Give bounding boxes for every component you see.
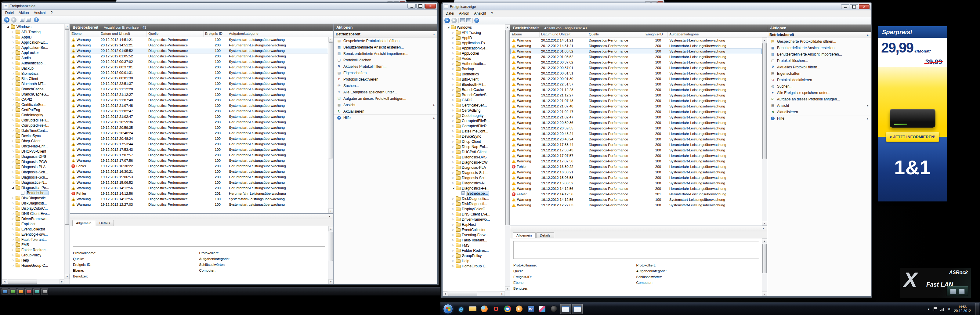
scroll-left-button[interactable]: ◀ — [2, 279, 7, 284]
tree-expander-icon[interactable] — [452, 239, 455, 242]
scroll-up-button[interactable]: ▲ — [762, 239, 767, 243]
tree-expander-icon[interactable] — [452, 234, 455, 236]
taskbar-app-button[interactable] — [467, 304, 478, 314]
tree-item[interactable]: DiskDiagnostic... — [2, 195, 64, 200]
taskbar-app-button[interactable] — [572, 304, 582, 314]
tree-item[interactable]: API-Tracing — [442, 30, 505, 35]
tree-item[interactable]: GroupPolicy — [442, 253, 505, 258]
event-row[interactable]: Warnung 19.12.2012 21:12:28 Diagnostics-… — [70, 86, 328, 92]
tree-item[interactable]: DHCPv6-Client — [442, 149, 505, 154]
event-row[interactable]: Warnung 19.12.2012 20:59:35 Diagnostics-… — [70, 125, 328, 130]
tree-item[interactable]: Bluetooth-MT... — [2, 81, 64, 86]
action-item[interactable]: Alle Ereignisse speichern unter... — [334, 89, 438, 95]
start-button[interactable] — [441, 303, 455, 315]
event-row[interactable]: Warnung 20.12.2012 14:51:21 Diagnostics-… — [70, 43, 328, 48]
tree-expander-icon[interactable] — [11, 46, 14, 49]
tree-item[interactable]: Diagnosis-PCW — [2, 159, 64, 164]
event-row[interactable]: Warnung 20.12.2012 00:37:02 Diagnostics-… — [510, 59, 762, 65]
tree-vertical-scrollbar[interactable]: ▲ ▼ — [505, 24, 510, 291]
tree-item[interactable]: FMS — [2, 242, 64, 247]
tree-item[interactable]: Diagnostics-Pe... — [442, 186, 505, 191]
tree-item[interactable]: DriverFramewo... — [442, 217, 505, 222]
action-item[interactable]: Protokoll deaktivieren — [334, 76, 438, 83]
tree-item[interactable]: AppLocker — [442, 51, 505, 56]
tree-expander-icon[interactable] — [452, 47, 455, 49]
clock[interactable]: 14:56 20.12.2012 — [954, 305, 971, 313]
tree-expander-icon[interactable] — [11, 134, 14, 137]
event-row[interactable]: Warnung 20.12.2012 00:37:01 Diagnostics-… — [70, 64, 328, 70]
tree-item[interactable]: AppID — [2, 35, 64, 40]
tree-item[interactable]: EventCollector — [442, 227, 505, 232]
show-hidden-icons-button[interactable]: ▲ — [928, 308, 930, 310]
preview-vertical-scrollbar[interactable]: ▲ ▼ — [762, 239, 767, 296]
event-row[interactable]: Warnung 19.12.2012 16:30:21 Diagnostics-… — [70, 169, 328, 174]
event-row[interactable]: Warnung 19.12.2012 15:06:52 Diagnostics-… — [510, 180, 762, 186]
tree-expander-icon[interactable] — [452, 249, 455, 252]
event-row[interactable]: Warnung 20.12.2012 14:51:21 Diagnostics-… — [70, 37, 328, 43]
event-row[interactable]: Warnung 19.12.2012 14:12:56 Diagnostics-… — [70, 185, 328, 191]
maximize-button[interactable] — [416, 4, 425, 8]
tree-expander-icon[interactable] — [452, 228, 455, 231]
action-item[interactable]: Eigenschaften — [334, 70, 438, 76]
tree-expander-icon[interactable] — [452, 202, 455, 205]
tree-expander-icon[interactable] — [452, 73, 455, 75]
tree-item[interactable]: AppLocker — [2, 50, 64, 55]
tree-expander-icon[interactable] — [11, 67, 14, 70]
event-row[interactable]: Warnung 19.12.2012 20:59:36 Diagnostics-… — [70, 119, 328, 125]
tree-expander-icon[interactable] — [452, 124, 455, 127]
taskbar-icon[interactable] — [10, 288, 16, 295]
column-header-quelle[interactable]: Quelle — [587, 32, 644, 37]
event-row[interactable]: Warnung 20.12.2012 00:37:02 Diagnostics-… — [70, 59, 328, 64]
tree-expander-icon[interactable] — [11, 228, 14, 231]
taskbar-icon[interactable] — [2, 288, 8, 295]
tree-expander-icon[interactable] — [452, 156, 455, 158]
tree-item[interactable]: API-Tracing — [2, 29, 64, 35]
tree-expander-icon[interactable] — [11, 243, 14, 246]
event-row[interactable]: Warnung 20.12.2012 01:05:52 Diagnostics-… — [70, 48, 328, 53]
tree-expander-icon[interactable] — [452, 259, 455, 262]
tree-item[interactable]: CorruptedFileR... — [442, 123, 505, 129]
tree-expander-icon[interactable] — [452, 140, 455, 143]
menu-item[interactable]: Aktion — [16, 10, 31, 16]
tree-expander-icon[interactable] — [11, 93, 14, 95]
scrollbar-thumb[interactable] — [329, 232, 333, 261]
scroll-down-button[interactable]: ▼ — [762, 291, 767, 296]
tree-item[interactable]: Windows — [2, 24, 64, 29]
tree-expander-icon[interactable] — [11, 155, 14, 158]
tree-item[interactable]: Dhcp-Nap-Enf... — [442, 144, 505, 149]
tree-expander-icon[interactable] — [11, 140, 14, 142]
scroll-left-button[interactable]: ◀ — [442, 291, 447, 296]
language-indicator[interactable]: DE — [947, 307, 951, 311]
column-header-aufgabenkategorie[interactable]: Aufgabenkategorie — [228, 31, 333, 37]
tree-expander-icon[interactable] — [452, 166, 455, 169]
tree-expander-icon[interactable] — [452, 254, 455, 257]
actions-section-header[interactable]: Betriebsbereit — [767, 32, 871, 38]
taskbar-app-button[interactable] — [560, 304, 571, 314]
event-row[interactable]: Warnung 19.12.2012 20:48:24 Diagnostics-… — [510, 131, 762, 137]
scroll-right-button[interactable]: ▶ — [500, 291, 505, 296]
event-row[interactable]: Fehler 19.12.2012 14:12:56 Diagnostics-P… — [70, 191, 328, 196]
column-header-datum[interactable]: Datum und Uhrzeit — [539, 32, 587, 37]
show-console-tree-button[interactable] — [20, 18, 24, 22]
scroll-down-button[interactable]: ▼ — [762, 221, 767, 226]
tree-item[interactable]: Betriebsbe... — [442, 191, 505, 196]
help-button[interactable] — [474, 18, 479, 23]
tree-expander-icon[interactable] — [452, 67, 455, 70]
tree-expander-icon[interactable] — [11, 145, 14, 148]
tree-expander-icon[interactable] — [452, 57, 455, 60]
scrollbar-thumb[interactable] — [65, 29, 69, 225]
action-item[interactable]: Benutzerdefinierte Ansicht erstellen... — [334, 44, 438, 50]
event-row[interactable]: Warnung 19.12.2012 17:53:44 Diagnostics-… — [510, 142, 762, 148]
tree-expander-icon[interactable] — [452, 187, 455, 189]
tree-expander-icon[interactable] — [11, 119, 14, 121]
tree-expander-icon[interactable] — [11, 103, 14, 106]
taskbar-icon[interactable] — [18, 288, 24, 295]
event-row[interactable]: Warnung 19.12.2012 20:59:35 Diagnostics-… — [510, 126, 762, 131]
tree-expander-icon[interactable] — [452, 78, 455, 81]
tree-expander-icon[interactable] — [11, 160, 14, 163]
event-row[interactable]: Warnung 20.12.2012 00:01:31 Diagnostics-… — [510, 70, 762, 76]
event-row[interactable]: Warnung 19.12.2012 14:12:56 Diagnostics-… — [510, 197, 762, 202]
event-row[interactable]: Warnung 19.12.2012 21:02:47 Diagnostics-… — [70, 114, 328, 119]
scroll-right-button[interactable]: ▶ — [59, 279, 64, 284]
tree-expander-icon[interactable] — [11, 30, 14, 33]
